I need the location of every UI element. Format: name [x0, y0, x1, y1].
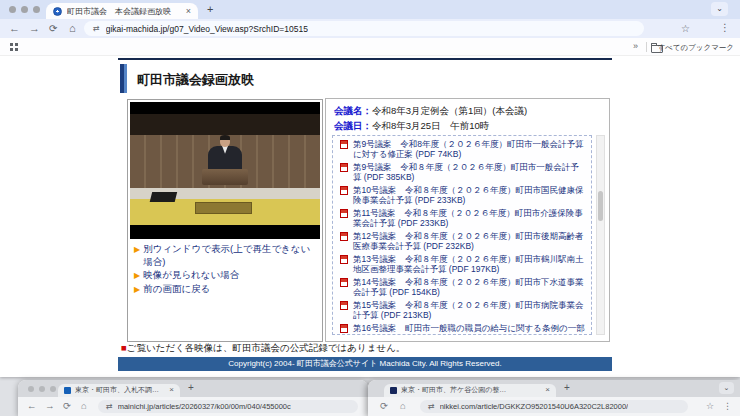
- home-button[interactable]: ⌂: [81, 400, 87, 412]
- title-accent-bar: [120, 64, 127, 93]
- arrow-marker-icon: ▶: [134, 269, 140, 282]
- browser-tab[interactable]: 東京・町田市、入札不調続く「… ×: [58, 384, 180, 398]
- mainichi-favicon: [64, 387, 71, 394]
- back-to-previous-link[interactable]: ▶ 前の画面に戻る: [134, 282, 319, 296]
- back-button[interactable]: ←: [27, 400, 37, 412]
- pdf-icon: [340, 301, 348, 310]
- tab-close-icon[interactable]: ×: [186, 7, 191, 16]
- browser-menu-icon[interactable]: ⋮: [723, 401, 732, 411]
- meeting-info-panel: 会議名：令和8年3月定例会（第1回）(本会議) 会議日：令和8年3月25日 午前…: [325, 98, 610, 342]
- document-link[interactable]: 第11号議案 令和８年度（２０２６年度）町田市介護保険事業会計予算 (PDF 2…: [340, 208, 585, 228]
- forward-button[interactable]: →: [45, 400, 55, 412]
- window-minimize-button[interactable]: [39, 386, 45, 392]
- pdf-icon: [340, 163, 348, 172]
- link-text: 前の画面に戻る: [143, 282, 210, 295]
- window-close-button[interactable]: [28, 386, 34, 392]
- home-button[interactable]: ⌂: [69, 22, 76, 35]
- window-close-button[interactable]: [9, 6, 16, 13]
- bookmark-star-icon[interactable]: ☆: [681, 23, 690, 34]
- address-bar[interactable]: ⇄ nikkei.com/article/DGKKZO95201540U6A32…: [420, 400, 688, 413]
- document-link-text: 第14号議案 令和８年度（２０２６年度）町田市下水道事業会計予算 (PDF 15…: [353, 277, 583, 297]
- document-link[interactable]: 第16号議案 町田市一般職の職員の給与に関する条例の一部を: [340, 323, 585, 335]
- document-list-scrollbar[interactable]: [596, 135, 605, 335]
- window-zoom-button[interactable]: [33, 6, 40, 13]
- background-window-mainichi[interactable]: 東京・町田市、入札不調続く「… × + ← → ⟳ ⌂ ⇄ mainichi.j…: [18, 380, 368, 416]
- webpage-content: 町田市議会録画放映 ▶ 別ウィンドウで表示(上で再生できない場合): [0, 56, 740, 377]
- tab-title: 東京・町田市、入札不調続く「…: [75, 385, 165, 395]
- document-link-text: 第15号議案 令和８年度（２０２６年度）町田市病院事業会計予算 (PDF 213…: [353, 300, 583, 320]
- desk-nameplate: [195, 202, 252, 214]
- pdf-icon: [340, 232, 348, 241]
- meeting-date-label: 会議日：: [334, 120, 372, 131]
- back-button[interactable]: ←: [9, 22, 20, 35]
- document-link[interactable]: 第13号議案 令和８年度（２０２６年度）町田市鶴川駅南土地区画整理事業会計予算 …: [340, 254, 585, 274]
- video-player[interactable]: [130, 102, 320, 239]
- site-info-icon[interactable]: ⇄: [428, 402, 435, 411]
- document-link[interactable]: 第14号議案 令和８年度（２０２６年度）町田市下水道事業会計予算 (PDF 15…: [340, 277, 585, 297]
- document-link-text: 第11号議案 令和８年度（２０２６年度）町田市介護保険事業会計予算 (PDF 2…: [353, 208, 583, 228]
- browser-toolbar: ← → ⟳ ⌂ ⇄ gikai-machida.jp/g07_Video_Vie…: [0, 19, 740, 38]
- tab-strip: 町田市議会 本会議録画放映 × + ⌄: [0, 0, 740, 19]
- browser-tab[interactable]: 町田市議会 本会議録画放映 ×: [46, 3, 198, 19]
- disclaimer-notice: ■ご覧いただく各映像は、町田市議会の公式記録ではありません。: [121, 342, 405, 355]
- document-link-text: 第13号議案 令和８年度（２０２６年度）町田市鶴川駅南土地区画整理事業会計予算 …: [353, 254, 583, 274]
- document-link[interactable]: 第10号議案 令和８年度（２０２６年度）町田市国民健康保険事業会計予算 (PDF…: [340, 185, 585, 205]
- meeting-name-value: 令和8年3月定例会（第1回）(本会議): [372, 105, 527, 116]
- video-letterbox: [130, 225, 320, 239]
- machida-favicon: [53, 7, 62, 16]
- meeting-date-value: 令和8年3月25日 午前10時: [372, 120, 489, 131]
- url-text: nikkei.com/article/DGKKZO95201540U6A320C…: [440, 402, 628, 411]
- new-tab-button[interactable]: +: [564, 382, 570, 393]
- notice-text: ご覧いただく各映像は、町田市議会の公式記録ではありません。: [127, 342, 406, 353]
- main-browser-window: 町田市議会 本会議録画放映 × + ⌄ ← → ⟳ ⌂ ⇄ gikai-mach…: [0, 0, 740, 377]
- tab-close-icon[interactable]: ×: [169, 386, 174, 394]
- background-window-nikkei[interactable]: 東京・町田市、芹ケ谷公園の整… × + ⌄ ⟳ ⌂ ⇄ nikkei.com/a…: [368, 380, 740, 416]
- address-bar[interactable]: ⇄ mainichi.jp/articles/20260327/k00/00m/…: [98, 400, 358, 413]
- address-bar[interactable]: ⇄ gikai-machida.jp/g07_Video_View.asp?Sr…: [84, 21, 644, 36]
- bookmarks-overflow-icon[interactable]: »: [633, 41, 638, 51]
- tab-title: 東京・町田市、芹ケ谷公園の整…: [401, 385, 541, 395]
- tab-strip: 東京・町田市、入札不調続く「… × +: [18, 380, 368, 397]
- tab-search-chevron-icon[interactable]: ⌄: [711, 2, 728, 16]
- browser-toolbar: ← → ⟳ ⌂ ⇄ mainichi.jp/articles/20260327/…: [18, 397, 368, 416]
- new-tab-button[interactable]: +: [188, 382, 194, 393]
- tab-close-icon[interactable]: ×: [545, 386, 550, 394]
- browser-menu-icon[interactable]: ⋮: [720, 22, 730, 33]
- reload-button[interactable]: ⟳: [49, 22, 57, 35]
- browser-toolbar: ⟳ ⌂ ⇄ nikkei.com/article/DGKKZO95201540U…: [368, 397, 740, 416]
- pdf-icon: [340, 324, 348, 333]
- document-link[interactable]: 第15号議案 令和８年度（２０２６年度）町田市病院事業会計予算 (PDF 213…: [340, 300, 585, 320]
- pdf-icon: [340, 209, 348, 218]
- document-link[interactable]: 第9号議案 令和8年度（２０２６年度）町田市一般会計予算に対する修正案 (PDF…: [340, 139, 585, 159]
- scrollbar-thumb[interactable]: [598, 191, 603, 221]
- pdf-icon: [340, 278, 348, 287]
- window-minimize-button[interactable]: [21, 6, 28, 13]
- arrow-marker-icon: ▶: [134, 283, 140, 296]
- document-link-text: 第9号議案 令和8年度（２０２６年度）町田市一般会計予算に対する修正案 (PDF…: [353, 139, 583, 159]
- link-text: 映像が見られない場合: [143, 268, 239, 281]
- window-zoom-button[interactable]: [50, 386, 56, 392]
- tab-search-chevron-icon[interactable]: ⌄: [719, 382, 734, 394]
- site-info-icon[interactable]: ⇄: [106, 402, 113, 411]
- browser-tab[interactable]: 東京・町田市、芹ケ谷公園の整… ×: [384, 384, 556, 398]
- reload-button[interactable]: ⟳: [63, 400, 71, 412]
- link-text: 別ウィンドウで表示(上で再生できない場合): [143, 242, 319, 268]
- site-footer: Copyright(c) 2004- 町田市議会公式サイト Machida Ci…: [118, 357, 612, 371]
- video-trouble-link[interactable]: ▶ 映像が見られない場合: [134, 268, 319, 282]
- url-text: gikai-machida.jp/g07_Video_View.asp?Srch…: [106, 24, 308, 34]
- document-list: 第9号議案 令和8年度（２０２６年度）町田市一般会計予算に対する修正案 (PDF…: [332, 135, 592, 335]
- meeting-date-row: 会議日：令和8年3月25日 午前10時: [334, 120, 489, 133]
- document-link[interactable]: 第9号議案 令和８年度（２０２６年度）町田市一般会計予算 (PDF 385KB): [340, 162, 585, 182]
- all-bookmarks-label[interactable]: すべてのブックマーク: [657, 43, 734, 53]
- document-link[interactable]: 第12号議案 令和８年度（２０２６年度）町田市後期高齢者医療事業会計予算 (PD…: [340, 231, 585, 251]
- reload-button[interactable]: ⟳: [380, 400, 388, 412]
- new-tab-button[interactable]: +: [207, 3, 213, 16]
- open-new-window-link[interactable]: ▶ 別ウィンドウで表示(上で再生できない場合): [134, 242, 319, 268]
- apps-grid-icon[interactable]: [10, 43, 13, 46]
- bookmark-star-icon[interactable]: ☆: [706, 401, 714, 411]
- forward-button[interactable]: →: [29, 22, 40, 35]
- site-info-icon[interactable]: ⇄: [93, 24, 100, 33]
- home-button[interactable]: ⌂: [400, 400, 406, 412]
- speaker-lectern: [202, 169, 248, 185]
- bookmarks-divider: [646, 42, 647, 52]
